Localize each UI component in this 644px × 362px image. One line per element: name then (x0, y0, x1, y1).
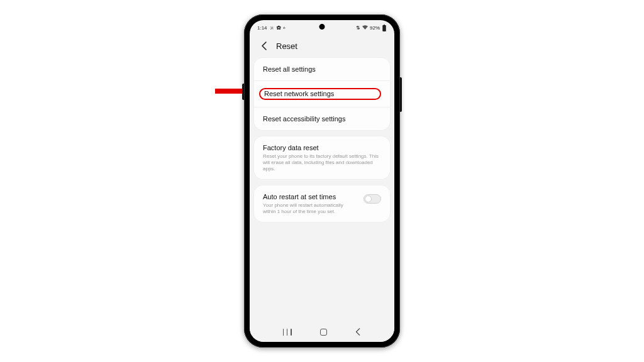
phone-screen: 1:14 ⛭ ✿ ◎ ⇅ 92% (250, 20, 394, 342)
card-auto-restart: Auto restart at set times Your phone wil… (254, 185, 390, 222)
page-title: Reset (276, 41, 297, 51)
status-notification-icons: ⛭ ✿ ◎ (270, 26, 287, 30)
row-reset-network-settings[interactable]: Reset network settings (254, 80, 390, 106)
auto-restart-toggle[interactable] (364, 194, 381, 204)
status-time: 1:14 (257, 25, 267, 31)
status-battery-text: 92% (370, 25, 380, 31)
row-subtitle: Reset your phone to its factory default … (263, 153, 381, 172)
canvas: 1:14 ⛭ ✿ ◎ ⇅ 92% (0, 0, 644, 362)
svg-rect-2 (383, 26, 386, 30)
row-factory-data-reset[interactable]: Factory data reset Reset your phone to i… (254, 136, 390, 179)
row-title: Auto restart at set times (263, 192, 357, 201)
toggle-knob (365, 195, 372, 202)
camera-punch-hole (319, 24, 325, 30)
row-subtitle: Your phone will restart automatically wi… (263, 202, 357, 215)
nav-back-button[interactable] (355, 328, 361, 336)
card-factory-reset: Factory data reset Reset your phone to i… (254, 136, 390, 179)
phone-frame: 1:14 ⛭ ✿ ◎ ⇅ 92% (244, 14, 400, 348)
row-title: Reset network settings (259, 88, 381, 99)
row-title: Reset all settings (263, 65, 381, 74)
row-auto-restart[interactable]: Auto restart at set times Your phone wil… (254, 185, 390, 222)
nav-recents-button[interactable] (283, 329, 292, 336)
row-title: Factory data reset (263, 143, 381, 152)
svg-rect-1 (384, 25, 385, 25)
settings-content: Reset all settings Reset network setting… (250, 58, 394, 222)
nav-bar (250, 324, 394, 342)
back-button[interactable] (258, 40, 270, 52)
wifi-icon (362, 25, 368, 31)
row-reset-accessibility-settings[interactable]: Reset accessibility settings (254, 107, 390, 130)
row-title: Reset accessibility settings (263, 114, 381, 123)
chevron-left-icon (355, 328, 361, 336)
nav-home-button[interactable] (320, 329, 327, 336)
chevron-left-icon (262, 41, 267, 50)
row-reset-all-settings[interactable]: Reset all settings (254, 58, 390, 80)
battery-icon (382, 25, 387, 31)
card-reset-options: Reset all settings Reset network setting… (254, 58, 390, 130)
status-data-icon: ⇅ (356, 25, 360, 31)
title-bar: Reset (250, 34, 394, 58)
